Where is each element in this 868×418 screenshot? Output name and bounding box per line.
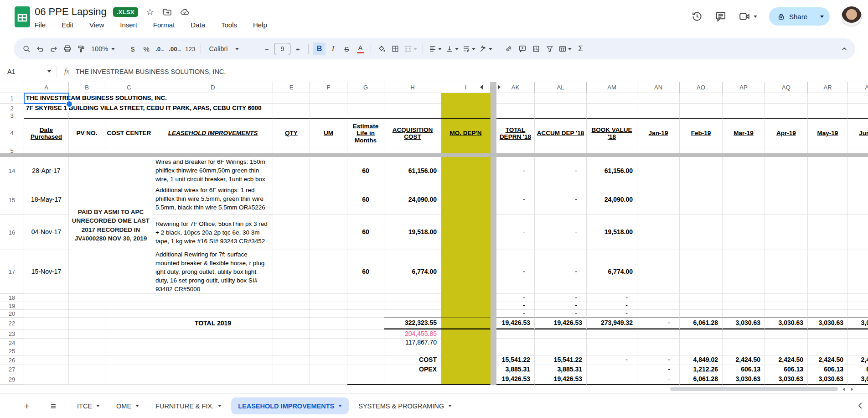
hidden-columns-left-icon[interactable] xyxy=(480,85,483,89)
column-header-AP[interactable]: AP xyxy=(723,82,765,93)
cell-AL20[interactable]: - xyxy=(535,310,587,318)
document-title[interactable]: 06 PPE Lapsing xyxy=(35,6,107,18)
cell-AL14[interactable]: - xyxy=(535,157,587,185)
cell-AM20[interactable]: - xyxy=(587,310,637,318)
cell-AO3[interactable] xyxy=(680,113,723,118)
cell-AL3[interactable] xyxy=(535,113,587,118)
column-header-H[interactable]: H xyxy=(384,82,441,93)
cell-AK24[interactable] xyxy=(496,339,535,347)
italic-button[interactable]: I xyxy=(326,42,339,55)
increase-decimal-button[interactable]: .00→ xyxy=(167,42,183,55)
cell-G24[interactable] xyxy=(347,339,384,347)
fill-handle[interactable] xyxy=(66,100,73,108)
cell-AK18[interactable]: - xyxy=(496,294,535,302)
cell-AS20[interactable] xyxy=(848,310,868,318)
cell-AN3[interactable] xyxy=(637,113,680,118)
menu-tools[interactable]: Tools xyxy=(219,20,239,30)
print-icon[interactable] xyxy=(61,42,74,55)
cell-AM26[interactable]: - xyxy=(587,355,637,365)
cell-AP29[interactable]: 3,030.63 xyxy=(723,374,765,385)
cell-AO4[interactable]: Feb-19 xyxy=(680,118,723,148)
cell-AL27[interactable]: 3,885.31 xyxy=(535,365,587,374)
cell-AK26[interactable]: 15,541.22 xyxy=(496,355,535,365)
cell-AL25[interactable] xyxy=(535,347,587,355)
cell-H24[interactable]: 117,867.70 xyxy=(384,339,441,347)
cell-B23[interactable] xyxy=(69,329,105,339)
cell-AL2[interactable] xyxy=(535,104,587,113)
cell-H1[interactable] xyxy=(384,93,441,104)
cell-G20[interactable] xyxy=(347,310,384,318)
cell-AQ24[interactable] xyxy=(765,339,808,347)
cell-AL4[interactable]: ACCUM DEP '18 xyxy=(535,118,587,148)
horizontal-scrollbar[interactable] xyxy=(670,387,838,391)
cell-AP14[interactable] xyxy=(723,157,765,185)
cell-H5[interactable] xyxy=(384,148,441,153)
merge-cells-button[interactable] xyxy=(403,42,418,55)
cell-AS29[interactable]: 3,030.63 xyxy=(848,374,868,385)
cell-AL15[interactable]: - xyxy=(535,185,587,215)
cell-AQ25[interactable] xyxy=(765,347,808,355)
cell-F16[interactable] xyxy=(310,215,347,250)
column-header-B[interactable]: B xyxy=(69,82,105,93)
cell-AP23[interactable] xyxy=(723,329,765,339)
cell-AM16[interactable]: 19,518.00 xyxy=(587,215,637,250)
cell-AN2[interactable] xyxy=(637,104,680,113)
cell-D4[interactable]: LEASEHOLD IMPROVEMENTS xyxy=(153,118,273,148)
column-header-AQ[interactable]: AQ xyxy=(765,82,808,93)
cell-AR15[interactable] xyxy=(808,185,848,215)
sheet-tab-furniture-fix[interactable]: FURNITURE & FIX. xyxy=(149,397,228,414)
cell-AN22[interactable]: - xyxy=(637,318,680,329)
cell-I17[interactable] xyxy=(441,250,491,294)
cell-I16[interactable] xyxy=(441,215,491,250)
cell-AR20[interactable] xyxy=(808,310,848,318)
insert-link-icon[interactable] xyxy=(502,42,515,55)
menu-help[interactable]: Help xyxy=(251,20,269,30)
cell-AQ19[interactable] xyxy=(765,302,808,310)
cell-AP19[interactable] xyxy=(723,302,765,310)
cell-A26[interactable] xyxy=(24,355,69,365)
redo-icon[interactable] xyxy=(47,42,60,55)
cell-B29[interactable] xyxy=(69,374,105,385)
cell-AK22[interactable]: 19,426.53 xyxy=(496,318,535,329)
strikethrough-button[interactable]: S xyxy=(340,42,353,55)
cell-H23[interactable]: 204,455.85 xyxy=(384,329,441,339)
cell-AP2[interactable] xyxy=(723,104,765,113)
cell-AN4[interactable]: Jan-19 xyxy=(637,118,680,148)
cell-AP1[interactable] xyxy=(723,93,765,104)
row-header-15[interactable]: 15 xyxy=(0,185,24,215)
sheet-tab-ome[interactable]: OME xyxy=(109,397,146,414)
cell-AM14[interactable]: 61,156.00 xyxy=(587,157,637,185)
cell-F26[interactable] xyxy=(310,355,347,365)
cell-AO23[interactable] xyxy=(680,329,723,339)
cell-AM25[interactable] xyxy=(587,347,637,355)
cell-AO24[interactable] xyxy=(680,339,723,347)
cell-AP3[interactable] xyxy=(723,113,765,118)
cell-I24[interactable] xyxy=(441,339,491,347)
insert-chart-icon[interactable] xyxy=(530,42,542,55)
column-header-AO[interactable]: AO xyxy=(680,82,723,93)
cell-AN23[interactable] xyxy=(637,329,680,339)
cell-AK27[interactable]: 3,885.31 xyxy=(496,365,535,374)
cell-C24[interactable] xyxy=(105,339,153,347)
cell-AK20[interactable]: - xyxy=(496,310,535,318)
format-currency-button[interactable]: $ xyxy=(126,42,139,55)
cell-E1[interactable] xyxy=(273,93,310,104)
cell-AK2[interactable] xyxy=(496,104,535,113)
cell-H19[interactable] xyxy=(384,302,441,310)
cell-AN25[interactable] xyxy=(637,347,680,355)
hidden-columns-right-icon[interactable] xyxy=(498,85,501,89)
cell-AR4[interactable]: May-19 xyxy=(808,118,848,148)
decrease-font-size-button[interactable]: − xyxy=(260,42,273,55)
cell-D17[interactable]: Additional Rewiring for 7f: surface moun… xyxy=(153,250,273,294)
cell-B14-merged-note[interactable]: PAID BY ASMI TO APC UNRECORDED OME LAST … xyxy=(69,157,153,294)
cell-AR25[interactable] xyxy=(808,347,848,355)
cell-G17[interactable]: 60 xyxy=(347,250,384,294)
cell-AO5[interactable] xyxy=(680,148,723,153)
row-header-25[interactable]: 25 xyxy=(0,347,24,355)
row-header-22[interactable]: 22 xyxy=(0,318,24,329)
cell-AR29[interactable]: 3,030.63 xyxy=(808,374,848,385)
cell-D24[interactable] xyxy=(153,339,273,347)
cell-AM22[interactable]: 273,949.32 xyxy=(587,318,637,329)
menu-file[interactable]: File xyxy=(33,20,47,30)
cell-A15[interactable]: 18-May-17 xyxy=(24,185,69,215)
